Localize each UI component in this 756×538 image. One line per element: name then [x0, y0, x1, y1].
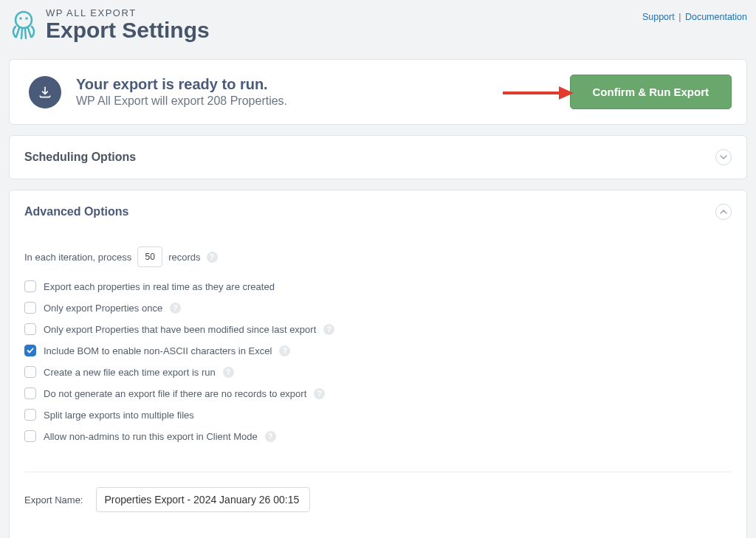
advanced-option: Do not generate an export file if there … — [24, 387, 732, 399]
checkbox[interactable] — [24, 345, 36, 356]
option-label: Include BOM to enable non-ASCII characte… — [44, 345, 272, 356]
help-icon[interactable]: ? — [223, 367, 234, 378]
checkbox[interactable] — [24, 280, 36, 292]
advanced-option: Allow non-admins to run this export in C… — [24, 430, 732, 442]
option-label: Do not generate an export file if there … — [44, 388, 306, 399]
help-icon[interactable]: ? — [207, 252, 218, 263]
option-label: Only export Properties once — [44, 303, 162, 314]
help-icon[interactable]: ? — [323, 324, 334, 335]
checkbox[interactable] — [24, 409, 36, 421]
checkbox[interactable] — [24, 366, 36, 378]
svg-point-1 — [19, 17, 22, 20]
chevron-up-icon — [715, 204, 732, 220]
iteration-count-input[interactable] — [137, 246, 162, 267]
advanced-option: Split large exports into multiple files — [24, 409, 732, 421]
support-link[interactable]: Support — [642, 12, 675, 22]
divider — [24, 472, 732, 472]
help-icon[interactable]: ? — [170, 303, 181, 314]
svg-point-2 — [25, 17, 28, 20]
help-icon[interactable]: ? — [314, 388, 325, 399]
advanced-option: Only export Properties once? — [24, 302, 732, 314]
option-label: Allow non-admins to run this export in C… — [44, 431, 258, 442]
advanced-option: Include BOM to enable non-ASCII characte… — [24, 345, 732, 356]
ready-title: Your export is ready to run. — [76, 76, 570, 93]
product-name: WP ALL EXPORT — [46, 7, 210, 18]
export-name-input[interactable] — [96, 487, 310, 512]
confirm-run-export-button[interactable]: Confirm & Run Export — [570, 75, 732, 109]
checkbox[interactable] — [24, 430, 36, 442]
advanced-option: Create a new file each time export is ru… — [24, 366, 732, 378]
option-label: Split large exports into multiple files — [44, 410, 194, 421]
checkbox[interactable] — [24, 323, 36, 335]
option-label: Export each properties in real time as t… — [44, 281, 275, 292]
export-ready-panel: Your export is ready to run. WP All Expo… — [9, 59, 747, 125]
chevron-down-icon — [715, 149, 732, 165]
option-label: Only export Properties that have been mo… — [44, 324, 316, 335]
help-icon[interactable]: ? — [265, 431, 276, 442]
ready-subtitle: WP All Export will export 208 Properties… — [76, 94, 570, 108]
export-name-label: Export Name: — [24, 494, 83, 506]
advanced-option: Export each properties in real time as t… — [24, 280, 732, 292]
option-label: Create a new file each time export is ru… — [44, 367, 216, 378]
advanced-option: Only export Properties that have been mo… — [24, 323, 732, 335]
page-title: Export Settings — [46, 18, 210, 42]
advanced-panel: Advanced Options In each iteration, proc… — [9, 190, 747, 538]
download-icon — [29, 76, 61, 108]
iteration-label-post: records — [168, 252, 200, 263]
scheduling-options-header[interactable]: Scheduling Options — [10, 136, 746, 179]
svg-point-0 — [16, 12, 32, 28]
help-icon[interactable]: ? — [279, 345, 290, 356]
scheduling-options-title: Scheduling Options — [24, 151, 136, 164]
checkbox[interactable] — [24, 387, 36, 399]
advanced-options-header[interactable]: Advanced Options — [10, 190, 746, 233]
advanced-options-title: Advanced Options — [24, 205, 128, 218]
iteration-label-pre: In each iteration, process — [24, 252, 131, 263]
logo-icon — [9, 7, 38, 43]
header-links: Support | Documentation — [642, 7, 747, 22]
checkbox[interactable] — [24, 302, 36, 314]
documentation-link[interactable]: Documentation — [685, 12, 747, 22]
scheduling-panel: Scheduling Options — [9, 135, 747, 179]
